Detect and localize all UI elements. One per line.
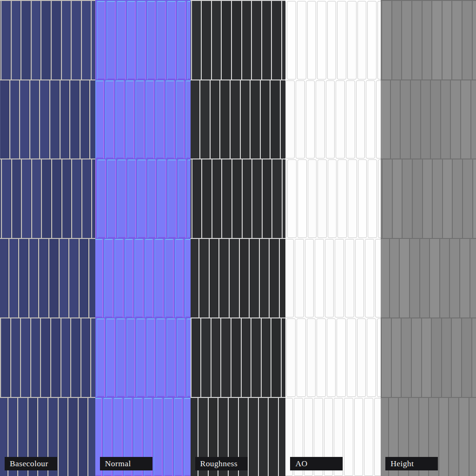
tile [287,1,296,79]
tile [39,239,48,317]
ao-texture [285,0,381,476]
tile [391,80,400,159]
tile [147,159,157,238]
tile [202,159,212,238]
tile [32,159,41,238]
tile [263,159,272,238]
tile [305,239,314,317]
tile [402,1,411,79]
tile [368,159,377,238]
panel-normal: Normal [95,0,191,476]
tile [471,80,476,159]
panel-height: Height [381,0,476,476]
tile [95,159,96,238]
tile [191,1,191,79]
tile [285,1,286,79]
tile [282,318,285,397]
tile [41,318,50,397]
tile [432,1,442,79]
tile [285,80,295,159]
tile [167,159,177,238]
tile [0,1,0,79]
tile [355,239,364,317]
tile [30,80,40,159]
tile [337,159,347,238]
tile [282,1,285,79]
tile [260,239,269,317]
tile [377,1,381,79]
tile [191,80,200,159]
tile [433,159,442,238]
tile [157,159,166,238]
tile [285,239,294,317]
tile [41,1,51,79]
tile [71,318,80,397]
tile [95,80,105,159]
tile [59,398,68,476]
tile [470,239,476,317]
tile [125,239,134,317]
tile [243,159,252,238]
tile [392,318,401,397]
tile [222,159,231,238]
tile [192,159,202,238]
tile [96,318,106,397]
tile [82,1,91,79]
tile [92,1,95,79]
tile [200,80,210,159]
tile [459,398,469,476]
tile [136,318,145,397]
tile [210,239,219,317]
tile [450,239,459,317]
tile [9,239,19,317]
tile [421,80,430,159]
tile [401,80,410,159]
tile [156,318,165,397]
tile [347,318,356,397]
tile [463,159,472,238]
tile [443,159,452,238]
tile [365,239,374,317]
tile [298,159,307,238]
tile [381,80,390,159]
normal-texture [95,0,191,476]
tile [262,318,271,397]
roughness-texture [191,0,286,476]
tile [279,398,285,476]
tile [90,80,95,159]
map-label-basecolour: Basecolour [5,457,57,470]
tile [230,239,239,317]
tile [472,318,476,397]
tile [232,159,242,238]
tile [95,239,104,317]
map-label-ao: AO [290,457,343,470]
tile [12,1,21,79]
tile [375,239,381,317]
tile [145,80,155,159]
tile [95,1,96,79]
tile [402,318,411,397]
tile [135,80,145,159]
tile [345,239,354,317]
tile [79,239,89,317]
tile [104,239,113,317]
tile [184,398,190,476]
tile [176,80,185,159]
tile [165,239,174,317]
tile [106,318,115,397]
tile [145,239,154,317]
tile [105,80,114,159]
tile [61,318,71,397]
tile [347,1,357,79]
tile [469,398,476,476]
tile [411,80,420,159]
tile [50,80,60,159]
tile [449,398,458,476]
map-label-roughness: Roughness [195,457,248,470]
tile [337,1,346,79]
tile [250,239,259,317]
tile [453,159,462,238]
tile [177,318,186,397]
tile [327,1,337,79]
tile [296,80,305,159]
